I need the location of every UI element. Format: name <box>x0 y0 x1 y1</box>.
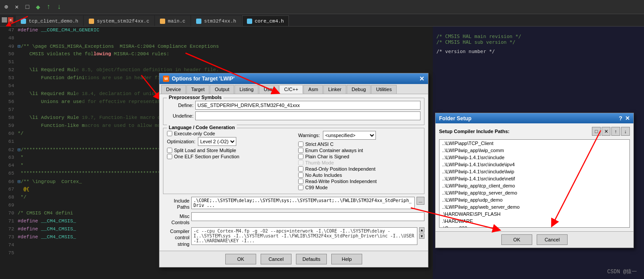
preprocessor-section: Preprocessor Symbols Define: Undefine: <box>163 98 424 125</box>
tab-icon-1 <box>21 19 26 24</box>
c99-mode-row: C99 Mode <box>298 185 420 190</box>
warnings-select[interactable]: <unspecified> <box>323 131 376 140</box>
folder-item-12[interactable]: .\Comm232 <box>439 225 629 228</box>
code-line-48: 48 <box>0 35 433 43</box>
folder-item-6[interactable]: ..\LWIP\lwip_app\tcp_client_demo <box>439 182 629 189</box>
dialog-tabs: Device Target Output Listing User C/C++ … <box>159 84 428 94</box>
folder-delete-button[interactable]: ✕ <box>602 127 610 136</box>
include-paths-row: Include Paths .\CORE;..\SYSTEM\delay;..\… <box>163 197 424 210</box>
dtab-linker[interactable]: Linker <box>323 85 346 94</box>
tabs-bar: ✕ tcp_client_demo.h system_stm32f4xx.c m… <box>0 14 644 27</box>
dialog-title-icon: W <box>163 76 169 82</box>
enum-container-row: Enum Container always int <box>298 148 420 153</box>
folder-item-7[interactable]: ..\LWIP\lwip_app\tcp_server_demo <box>439 189 629 196</box>
folder-item-2[interactable]: ..\LWIP\lwip-1.4.1\src\include <box>439 154 629 161</box>
plain-char-row: Plain Char is Signed <box>298 154 420 159</box>
no-auto-row: No Auto Includes <box>298 172 420 178</box>
folder-toolbar: □ ✕ ↑ ↓ <box>592 127 630 136</box>
dtab-listing[interactable]: Listing <box>235 85 258 94</box>
execute-only-check[interactable] <box>167 131 172 136</box>
preprocessor-label: Preprocessor Symbols <box>167 95 224 100</box>
one-elf-row: One ELF Section per Function <box>167 154 289 159</box>
dialog-close-button[interactable]: ✕ <box>419 75 424 82</box>
dtab-debug[interactable]: Debug <box>347 85 371 94</box>
toolbar-icon-6[interactable]: ↓ <box>55 3 64 11</box>
misc-input[interactable] <box>191 212 424 221</box>
tab-icon-5 <box>247 19 252 24</box>
code-line-51: 51 <box>0 59 433 67</box>
include-browse-button[interactable]: ... <box>417 197 424 205</box>
dtab-target[interactable]: Target <box>186 85 210 94</box>
folder-item-5[interactable]: ..\LWIP\lwip-1.4.1\src\include\netif <box>439 175 629 182</box>
undefine-input[interactable] <box>195 111 420 120</box>
enum-container-check[interactable] <box>298 148 303 153</box>
tab-core-cm4[interactable]: core_cm4.h <box>242 15 289 26</box>
folder-list[interactable]: ..\LWIP\app\TCP_Client ..\LWIP\lwip_app\… <box>439 139 630 228</box>
tab-icon-4 <box>196 19 201 24</box>
dtab-cpp[interactable]: C/C++ <box>279 85 303 94</box>
tab-stm32f4xx[interactable]: stm32f4xx.h <box>191 15 241 26</box>
thumb-mode-check[interactable] <box>298 160 303 165</box>
folder-down-button[interactable]: ↓ <box>621 127 630 136</box>
options-help-button[interactable]: Help <box>331 254 362 264</box>
folder-help-button[interactable]: ? <box>619 115 622 122</box>
folder-add-button[interactable]: □ <box>592 127 601 136</box>
folder-item-0[interactable]: ..\LWIP\app\TCP_Client <box>439 140 629 147</box>
toolbar-icon-2[interactable]: ✕ <box>12 3 21 11</box>
folder-item-9[interactable]: ..\LWIP\lwip_app\web_server_demo <box>439 203 629 210</box>
toolbar: ⊕ ✕ □ ◆ ↑ ↓ <box>0 0 644 14</box>
options-defaults-button[interactable]: Defaults <box>296 254 327 264</box>
no-auto-check[interactable] <box>298 172 303 178</box>
dtab-user[interactable]: User <box>259 85 279 94</box>
dtab-output[interactable]: Output <box>210 85 234 94</box>
split-load-row: Split Load and Store Multiple <box>167 148 289 153</box>
tab-tcp-client[interactable]: tcp_client_demo.h <box>16 15 83 26</box>
folder-item-8[interactable]: ..\LWIP\lwip_app\udp_demo <box>439 196 629 203</box>
folder-cancel-button[interactable]: Cancel <box>537 234 568 245</box>
options-dialog: W Options for Target 'LWIP' ✕ Device Tar… <box>159 73 428 268</box>
code-line-50: 50 CMSIS violates the following MISRA-C:… <box>0 51 433 59</box>
tab-system-stm32[interactable]: system_stm32f4xx.c <box>84 15 154 26</box>
dtab-asm[interactable]: Asm <box>303 85 323 94</box>
execute-only-row: Execute-only Code <box>167 131 289 136</box>
folder-item-10[interactable]: .\HARDWARE\SPI_FLASH <box>439 210 629 218</box>
folder-item-11[interactable]: .\HARDWARE <box>439 218 629 225</box>
undefine-label: Undefine: <box>167 113 193 118</box>
folder-close-button[interactable]: ✕ <box>625 115 630 122</box>
compiler-scroll-down[interactable]: ▼ <box>419 233 424 239</box>
folder-item-3[interactable]: ..\LWIP\lwip-1.4.1\src\include\ipv4 <box>439 161 629 168</box>
define-input[interactable] <box>195 101 420 110</box>
thumb-mode-row: Thumb Mode <box>298 160 420 165</box>
csdn-label: CSDN @猿一 <box>607 268 637 275</box>
folder-up-button[interactable]: ↑ <box>611 127 620 136</box>
dtab-device[interactable]: Device <box>161 85 186 94</box>
folder-body: Setup Compiler Include Paths: □ ✕ ↑ ↓ ..… <box>436 123 633 231</box>
toolbar-icon-3[interactable]: □ <box>23 3 32 11</box>
options-ok-button[interactable]: OK <box>225 254 256 264</box>
toolbar-icon-4[interactable]: ◆ <box>34 3 42 11</box>
folder-item-1[interactable]: ..\LWIP\lwip_app\lwip_comm <box>439 147 629 154</box>
compiler-input: -c --cpu Cortex-M4.fp -g -O2 --apcs=inte… <box>191 227 417 245</box>
plain-char-check[interactable] <box>298 154 303 159</box>
c99-mode-check[interactable] <box>298 185 303 190</box>
code-line-47: 47 #define __CORE_CM4_H_GENERIC <box>0 27 433 35</box>
read-write-check[interactable] <box>298 179 303 184</box>
pin-icon[interactable] <box>2 17 7 23</box>
define-label: Define: <box>167 103 193 108</box>
options-cancel-button[interactable]: Cancel <box>261 254 292 264</box>
optimization-select[interactable]: Level 2 (-O2) <box>198 137 236 146</box>
read-only-check[interactable] <box>298 166 303 172</box>
tab-main[interactable]: main.c <box>155 15 190 26</box>
close-tab-icon[interactable]: ✕ <box>8 17 13 23</box>
one-elf-check[interactable] <box>167 154 172 159</box>
toolbar-icon-1[interactable]: ⊕ <box>2 3 11 11</box>
toolbar-icon-5[interactable]: ↑ <box>44 3 53 11</box>
split-load-check[interactable] <box>167 148 172 153</box>
compiler-scroll-up[interactable]: ▲ <box>419 227 424 233</box>
strict-ansi-check[interactable] <box>298 141 303 147</box>
read-only-row: Read-Only Position Independent <box>298 166 420 172</box>
folder-ok-button[interactable]: OK <box>501 234 532 245</box>
folder-item-4[interactable]: ..\LWIP\lwip-1.4.1\src\include\lwip <box>439 168 629 175</box>
dtab-utilities[interactable]: Utilities <box>371 85 396 94</box>
include-paths-input[interactable]: .\CORE;..\SYSTEM\delay;..\SYSTEM\sys;..\… <box>191 197 415 209</box>
